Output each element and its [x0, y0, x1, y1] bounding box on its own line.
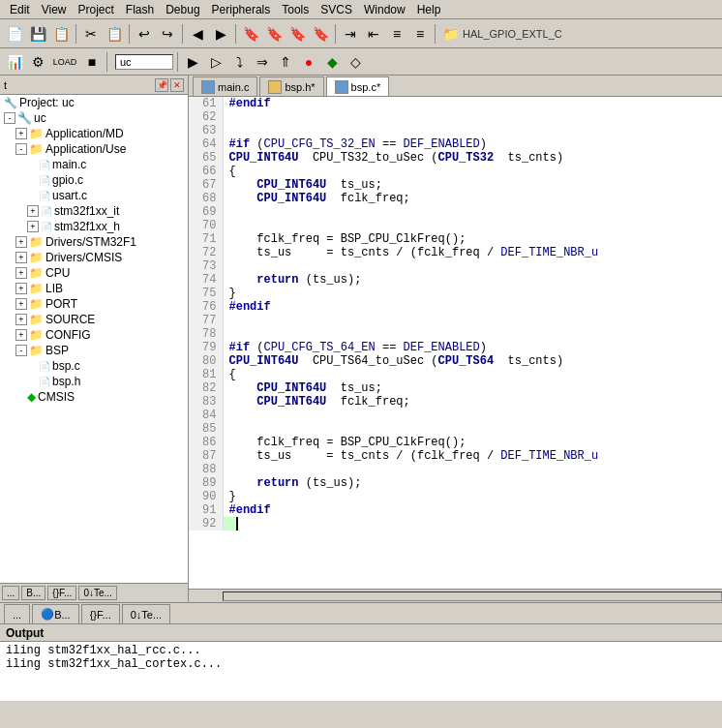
- sidebar-item-stm32-h[interactable]: + 📄 stm32f1xx_h: [0, 219, 188, 234]
- save-all-button[interactable]: 📋: [50, 23, 72, 45]
- sidebar-pin-button[interactable]: 📌: [155, 78, 168, 92]
- breakpoint2-button[interactable]: ◆: [321, 51, 343, 73]
- expand-appmd[interactable]: +: [15, 128, 27, 139]
- menu-flash[interactable]: Flash: [120, 1, 160, 18]
- sidebar-item-gpio-c[interactable]: 📄 gpio.c: [0, 172, 188, 188]
- tab-bsp-h[interactable]: bsp.h*: [259, 76, 323, 96]
- bottom-tab-b[interactable]: 🔵 B...: [32, 604, 79, 623]
- label-main-c: main.c: [52, 158, 86, 171]
- breakpoint3-button[interactable]: ◇: [345, 51, 366, 73]
- sidebar-tab-b[interactable]: B...: [21, 586, 45, 600]
- sidebar-item-bsp[interactable]: - 📁 BSP: [0, 343, 188, 358]
- menu-window[interactable]: Window: [358, 1, 411, 18]
- copy-button[interactable]: 📋: [104, 23, 125, 45]
- code-scrollbar[interactable]: [189, 589, 722, 602]
- expand-appuse[interactable]: -: [15, 143, 27, 155]
- tab-bsp-c[interactable]: bsp.c*: [326, 76, 390, 96]
- sidebar-item-bsp-c[interactable]: 📄 bsp.c: [0, 358, 188, 374]
- build-button[interactable]: 📊: [4, 51, 25, 73]
- code-line-cell: #if (CPU_CFG_TS_64_EN == DEF_ENABLED): [223, 341, 722, 354]
- stop-button[interactable]: ■: [81, 51, 103, 73]
- expand-lib[interactable]: +: [15, 283, 27, 294]
- build2-button[interactable]: ⚙: [27, 51, 48, 73]
- expand-drivers-stm[interactable]: +: [15, 236, 27, 248]
- bookmark2-button[interactable]: 🔖: [263, 23, 285, 45]
- sidebar-item-usart-c[interactable]: 📄 usart.c: [0, 188, 188, 203]
- output-title: Output: [6, 626, 44, 640]
- sidebar-item-port[interactable]: + 📁 PORT: [0, 296, 188, 312]
- save-button[interactable]: 💾: [27, 23, 48, 45]
- step-button[interactable]: ⤵: [228, 51, 250, 73]
- sidebar-item-appmd[interactable]: + 📁 Application/MD: [0, 126, 188, 141]
- bottom-tab-te[interactable]: 0↓Te...: [122, 604, 170, 623]
- sidebar-item-stm32-it[interactable]: + 📄 stm32f1xx_it: [0, 203, 188, 219]
- back-button[interactable]: ◀: [187, 23, 208, 45]
- table-row: 84: [189, 409, 722, 422]
- step-over-button[interactable]: ⇒: [252, 51, 273, 73]
- undo-button[interactable]: ↩: [134, 23, 155, 45]
- sidebar-item-appuse[interactable]: - 📁 Application/Use: [0, 141, 188, 157]
- target-input[interactable]: [115, 54, 173, 70]
- expand-uc[interactable]: -: [4, 112, 15, 124]
- menu-svcs[interactable]: SVCS: [315, 1, 358, 18]
- new-button[interactable]: 📄: [4, 23, 25, 45]
- expand-drivers-cmsis[interactable]: +: [15, 252, 27, 263]
- code-area[interactable]: 61#endif62 63 64#if (CPU_CFG_TS_32_EN ==…: [189, 97, 722, 589]
- sidebar-item-drivers-cmsis[interactable]: + 📁 Drivers/CMSIS: [0, 250, 188, 265]
- sidebar-item-main-c[interactable]: 📄 main.c: [0, 157, 188, 172]
- expand-stm32-h[interactable]: +: [27, 221, 39, 232]
- forward-button[interactable]: ▶: [210, 23, 231, 45]
- sidebar-item-bsp-h[interactable]: 📄 bsp.h: [0, 374, 188, 389]
- folder-uc-icon: 🔧: [17, 111, 32, 125]
- debug-run-button[interactable]: ▷: [205, 51, 226, 73]
- sidebar-item-uc[interactable]: - 🔧 uc: [0, 110, 188, 126]
- sidebar-item-config[interactable]: + 📁 CONFIG: [0, 327, 188, 343]
- sidebar-tab-te[interactable]: 0↓Te...: [78, 586, 116, 600]
- sidebar-item-drivers-stm[interactable]: + 📁 Drivers/STM32F1: [0, 234, 188, 250]
- expand-stm32-it[interactable]: +: [27, 205, 39, 217]
- menu-help[interactable]: Help: [411, 1, 447, 18]
- sidebar-close-button[interactable]: ✕: [170, 78, 184, 92]
- expand-source[interactable]: +: [15, 314, 27, 325]
- sidebar-item-cmsis[interactable]: ◆ CMSIS: [0, 389, 188, 405]
- bookmark3-button[interactable]: 🔖: [286, 23, 308, 45]
- table-row: 65CPU_INT64U CPU_TS32_to_uSec (CPU_TS32 …: [189, 151, 722, 165]
- menu-peripherals[interactable]: Peripherals: [206, 1, 277, 18]
- breakpoint-button[interactable]: ●: [298, 51, 319, 73]
- indent-button[interactable]: ⇥: [340, 23, 361, 45]
- run-button[interactable]: ▶: [182, 51, 203, 73]
- file-nav-button[interactable]: 📁: [439, 23, 461, 45]
- bottom-tab-dots[interactable]: ...: [4, 604, 30, 623]
- sidebar-item-cpu[interactable]: + 📁 CPU: [0, 265, 188, 281]
- redo-button[interactable]: ↪: [157, 23, 178, 45]
- bookmark4-button[interactable]: 🔖: [310, 23, 331, 45]
- menu-project[interactable]: Project: [72, 1, 119, 18]
- menu-edit[interactable]: Edit: [4, 1, 36, 18]
- bookmark-button[interactable]: 🔖: [240, 23, 261, 45]
- expand-port[interactable]: +: [15, 298, 27, 310]
- sidebar-tab-dots[interactable]: ...: [2, 586, 19, 600]
- expand-config[interactable]: +: [15, 329, 27, 341]
- expand-cpu[interactable]: +: [15, 267, 27, 279]
- align-button[interactable]: ≡: [386, 23, 407, 45]
- load-button[interactable]: LOAD: [50, 51, 79, 73]
- menu-view[interactable]: View: [36, 1, 73, 18]
- align2-button[interactable]: ≡: [409, 23, 431, 45]
- bottom-tab-dots-label: ...: [13, 609, 21, 621]
- code-line-cell: }: [223, 490, 722, 503]
- cut-button[interactable]: ✂: [80, 23, 102, 45]
- unindent-button[interactable]: ⇤: [363, 23, 384, 45]
- menu-debug[interactable]: Debug: [160, 1, 205, 18]
- sidebar-item-lib[interactable]: + 📁 LIB: [0, 281, 188, 296]
- bottom-tab-f[interactable]: {}F...: [81, 604, 120, 623]
- table-row: 90}: [189, 490, 722, 503]
- sidebar-tab-f[interactable]: {}F...: [47, 586, 76, 600]
- expand-bsp[interactable]: -: [15, 345, 27, 356]
- tab-main-c[interactable]: main.c: [193, 76, 257, 96]
- sidebar-item-source[interactable]: + 📁 SOURCE: [0, 312, 188, 327]
- line-number: 79: [189, 341, 223, 354]
- menu-tools[interactable]: Tools: [276, 1, 315, 18]
- step-out-button[interactable]: ⇑: [275, 51, 296, 73]
- label-usart-c: usart.c: [52, 189, 87, 202]
- horizontal-scrollbar[interactable]: [223, 592, 722, 601]
